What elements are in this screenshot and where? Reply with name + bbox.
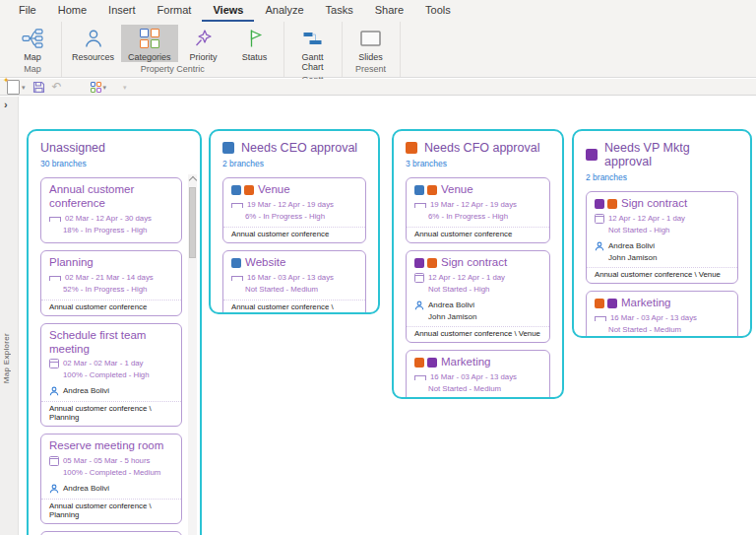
task-status: Not Started - Medium xyxy=(608,324,681,336)
task-breadcrumb: Annual customer conference \ Planning xyxy=(41,499,181,523)
task-card[interactable]: Venue 19 Mar - 12 Apr - 19 days 6% - In … xyxy=(222,177,366,243)
column-title: Needs CFO approval xyxy=(424,141,539,155)
category-square-icon xyxy=(406,142,417,154)
task-status: Not Started - High xyxy=(428,284,489,296)
priority-view-button[interactable]: Priority xyxy=(178,25,229,62)
gantt-chart-label: Gantt Chart xyxy=(298,52,328,73)
task-card[interactable]: Sign contract 12 Apr - 12 Apr - 1 day No… xyxy=(406,250,550,343)
resource-name: John Jamison xyxy=(608,252,657,264)
view-switch-button[interactable]: ▾ xyxy=(91,82,107,93)
scrollbar-thumb[interactable] xyxy=(189,187,196,258)
menu-tab-tools[interactable]: Tools xyxy=(414,0,462,22)
category-markers xyxy=(595,199,617,209)
categories-grid-icon xyxy=(140,27,159,50)
task-card[interactable]: Annual customer conference 02 Mar - 12 A… xyxy=(40,177,182,243)
person-icon xyxy=(83,27,104,50)
status-view-button[interactable]: Status xyxy=(229,25,281,62)
task-card[interactable]: Schedule first team meeting 02 Mar - 02 … xyxy=(40,323,182,427)
menu-tab-home[interactable]: Home xyxy=(47,0,97,22)
ribbon-group-label-property-centric: Property Centric xyxy=(65,62,281,77)
task-card[interactable]: Emails to team members: This is IMPT!! 0… xyxy=(40,531,182,535)
new-map-icon xyxy=(7,80,20,95)
category-markers xyxy=(595,299,617,308)
summary-task-icon xyxy=(49,276,61,281)
category-marker-icon xyxy=(595,299,604,308)
category-marker-icon xyxy=(427,358,437,368)
task-title: Venue xyxy=(441,183,473,197)
menu-tab-views[interactable]: Views xyxy=(202,0,254,22)
menu-tab-format[interactable]: Format xyxy=(147,0,203,22)
category-marker-icon xyxy=(414,258,424,268)
task-card[interactable]: Reserve meeting room 05 Mar - 05 Mar - 5… xyxy=(40,434,182,524)
menu-tab-analyze[interactable]: Analyze xyxy=(254,0,314,22)
menu-tab-insert[interactable]: Insert xyxy=(97,0,147,22)
menu-tab-tasks[interactable]: Tasks xyxy=(315,0,364,22)
task-dates: 02 Mar - 12 Apr - 30 days xyxy=(65,213,152,225)
expand-panel-chevron-icon[interactable]: › xyxy=(4,99,8,110)
category-marker-icon xyxy=(607,299,617,308)
category-square-icon xyxy=(222,142,234,154)
summary-task-icon xyxy=(595,316,606,321)
column-branch-count: 30 branches xyxy=(40,159,182,168)
summary-task-icon xyxy=(414,203,426,208)
category-square-icon xyxy=(586,149,598,161)
categories-view-button[interactable]: Categories xyxy=(121,25,178,62)
task-title: Annual customer conference xyxy=(49,183,173,211)
task-dates: 05 Mar - 05 Mar - 5 hours xyxy=(63,455,150,467)
task-breadcrumb: Annual customer conference \ Venue xyxy=(407,326,549,342)
pushpin-icon xyxy=(194,27,214,50)
task-dates: 16 Mar - 03 Apr - 13 days xyxy=(610,312,697,324)
board-column-needs-vp-mktg-approval: Needs VP Mktg approval 2 branches Sign c… xyxy=(572,129,752,338)
menu-tab-file[interactable]: File xyxy=(8,0,47,22)
new-map-dropdown-caret[interactable]: ▾ xyxy=(22,84,26,91)
save-button[interactable] xyxy=(32,81,45,94)
task-dates: 16 Mar - 03 Apr - 13 days xyxy=(247,272,334,284)
view-switch-dropdown-caret[interactable]: ▾ xyxy=(103,84,107,91)
category-marker-icon xyxy=(607,199,617,209)
task-card[interactable]: Planning 02 Mar - 21 Mar - 14 days 52% -… xyxy=(40,250,182,316)
resource-name: Andrea Bolivi xyxy=(63,385,109,397)
ribbon-group-gantt: Gantt Chart Gantt xyxy=(284,22,343,77)
gantt-chart-button[interactable]: Gantt Chart xyxy=(287,25,339,73)
task-title: Schedule first team meeting xyxy=(49,329,173,357)
column-scrollbar[interactable] xyxy=(188,174,197,535)
task-dates: 12 Apr - 12 Apr - 1 day xyxy=(608,213,685,225)
category-marker-icon xyxy=(427,185,437,195)
mindmanager-window: File Home Insert Format Views Analyze Ta… xyxy=(0,0,756,535)
task-card[interactable]: Marketing 16 Mar - 03 Apr - 13 days Not … xyxy=(586,291,738,338)
task-title: Marketing xyxy=(621,297,671,310)
priority-view-label: Priority xyxy=(190,52,218,62)
task-card[interactable]: Marketing 16 Mar - 03 Apr - 13 days Not … xyxy=(406,350,550,399)
calendar-icon xyxy=(49,456,59,466)
task-card[interactable]: Venue 19 Mar - 12 Apr - 19 days 6% - In … xyxy=(406,177,550,243)
task-card[interactable]: Sign contract 12 Apr - 12 Apr - 1 day No… xyxy=(586,191,738,284)
slides-button[interactable]: Slides xyxy=(346,25,397,62)
ribbon-group-label-present: Present xyxy=(346,62,397,77)
scroll-up-arrow-icon[interactable] xyxy=(188,174,197,185)
board-canvas: › Map Explorer Unassigned 30 branches An… xyxy=(0,97,756,535)
ribbon: Map Map Resources Categori xyxy=(0,22,756,78)
task-status: Not Started - Medium xyxy=(245,284,318,296)
task-dates: 12 Apr - 12 Apr - 1 day xyxy=(428,272,505,284)
task-status: 52% - In Progress - High xyxy=(63,284,147,296)
board-column-needs-cfo-approval: Needs CFO approval 3 branches Venue 19 M… xyxy=(392,129,564,399)
task-dates: 19 Mar - 12 Apr - 19 days xyxy=(247,199,334,211)
map-view-button[interactable]: Map xyxy=(7,25,58,62)
task-card[interactable]: Website 16 Mar - 03 Apr - 13 days Not St… xyxy=(222,250,366,314)
save-icon xyxy=(32,81,45,94)
undo-button[interactable]: ↶ xyxy=(52,81,62,93)
task-dates: 02 Mar - 21 Mar - 14 days xyxy=(65,272,154,284)
category-marker-icon xyxy=(231,185,241,195)
slides-label: Slides xyxy=(358,52,383,62)
task-title: Sign contract xyxy=(621,197,687,211)
new-map-button[interactable]: ▾ xyxy=(7,80,26,95)
gantt-bars-icon xyxy=(302,27,324,50)
resource-name: Andrea Bolivi xyxy=(428,300,476,311)
task-status: 100% - Completed - Medium xyxy=(63,467,160,479)
menu-tab-share[interactable]: Share xyxy=(364,0,414,22)
column-branch-count: 2 branches xyxy=(222,159,366,168)
task-dates: 02 Mar - 02 Mar - 1 day xyxy=(63,358,143,369)
task-status: 100% - Completed - High xyxy=(63,369,150,381)
task-title: Planning xyxy=(49,256,94,270)
resources-view-button[interactable]: Resources xyxy=(65,25,121,62)
